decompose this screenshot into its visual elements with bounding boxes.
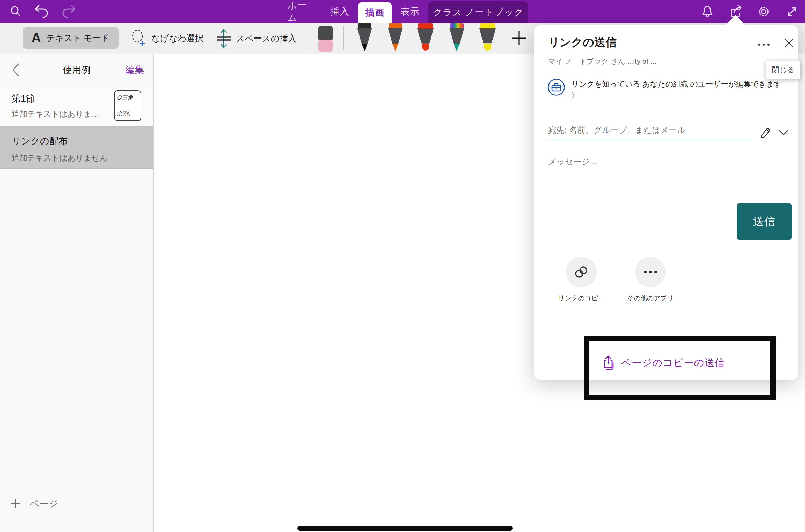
- copy-link-label: リンクのコピー: [549, 294, 614, 303]
- search-icon[interactable]: [8, 4, 23, 19]
- yellow-marker[interactable]: [477, 23, 498, 53]
- plus-icon: [10, 498, 21, 510]
- more-apps-label: その他のアプリ: [618, 294, 683, 303]
- settings-gear-icon[interactable]: [756, 4, 771, 19]
- close-icon[interactable]: [782, 35, 796, 50]
- toolbar-divider: [343, 26, 344, 50]
- close-tooltip: 閉じる: [766, 61, 800, 79]
- text-mode-a-icon: A: [32, 31, 41, 45]
- toolbar-divider: [309, 26, 309, 50]
- insert-space-icon: [216, 28, 232, 49]
- sidebar-header: 使用例 編集: [0, 54, 153, 86]
- text-mode-button[interactable]: A テキスト モード: [23, 27, 119, 49]
- red-marker[interactable]: [415, 23, 436, 53]
- top-app-bar: ホーム 挿入 描画 表示 クラス ノートブック: [0, 0, 805, 23]
- more-options-icon[interactable]: [756, 39, 772, 50]
- plus-icon: [510, 29, 528, 47]
- lasso-icon: [131, 29, 147, 48]
- recipient-input[interactable]: [548, 123, 751, 140]
- organization-briefcase-icon: [547, 78, 565, 96]
- redo-icon[interactable]: [61, 4, 76, 19]
- share-popover-caret: [726, 15, 745, 25]
- insert-space-button[interactable]: スペースの挿入: [216, 23, 296, 54]
- tab-class-notebook[interactable]: クラス ノートブック: [428, 1, 528, 23]
- edit-permission-pencil-icon[interactable]: [758, 125, 773, 140]
- more-apps-button[interactable]: [635, 257, 666, 287]
- chevron-down-icon[interactable]: [777, 127, 790, 138]
- lasso-select-button[interactable]: なげなわ選択: [131, 23, 203, 54]
- permission-text: リンクを知っている あなたの組織 のユーザーが編集できます 〉: [571, 78, 783, 102]
- home-indicator[interactable]: [297, 526, 513, 531]
- eraser-tool[interactable]: [317, 26, 334, 54]
- annotation-highlight-rectangle: [584, 336, 776, 400]
- message-input[interactable]: [548, 155, 766, 168]
- send-button[interactable]: 送信: [737, 203, 792, 240]
- send-link-dialog: リンクの送信 マイ ノートブック さん ...ity of ... リンクを知っ…: [534, 25, 798, 380]
- notifications-bell-icon[interactable]: [700, 4, 715, 19]
- page-list-item-selected[interactable]: リンクの配布 追加テキストはありません: [0, 126, 153, 169]
- edit-button[interactable]: 編集: [126, 54, 144, 86]
- tab-draw[interactable]: 描画: [358, 2, 392, 23]
- link-icon: [573, 264, 589, 280]
- page-list-item[interactable]: 第1節 追加テキストはありま… O三角 余割.: [0, 86, 153, 126]
- tab-insert[interactable]: 挿入: [327, 0, 352, 23]
- message-field: [548, 155, 766, 168]
- tab-home[interactable]: ホーム: [288, 0, 315, 23]
- add-page-button[interactable]: ページ: [10, 493, 58, 514]
- notebook-location-subtitle: マイ ノートブック さん ...ity of ...: [548, 57, 656, 66]
- page-list-sidebar: 使用例 編集 第1節 追加テキストはありま… O三角 余割. リンクの配布 追加…: [0, 54, 154, 532]
- ellipsis-icon: [642, 270, 659, 274]
- rainbow-pen[interactable]: [446, 23, 467, 53]
- copy-link-button[interactable]: [566, 257, 597, 287]
- dialog-title: リンクの送信: [548, 35, 617, 50]
- undo-icon[interactable]: [34, 4, 49, 19]
- divider: [0, 487, 153, 487]
- add-pen-button[interactable]: [510, 29, 529, 48]
- orange-pen[interactable]: [385, 23, 406, 53]
- link-permission-row[interactable]: リンクを知っている あなたの組織 のユーザーが編集できます 〉: [547, 78, 786, 102]
- black-pen[interactable]: [354, 23, 375, 53]
- recipient-field: [548, 123, 751, 140]
- page-thumbnail: O三角 余割.: [114, 90, 141, 121]
- tab-view[interactable]: 表示: [398, 0, 422, 23]
- fullscreen-expand-icon[interactable]: [785, 4, 800, 19]
